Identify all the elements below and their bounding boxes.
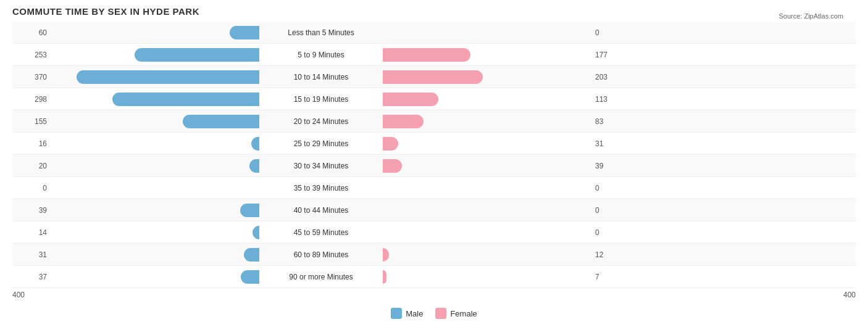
male-bar-container xyxy=(49,48,259,62)
legend-female-label: Female xyxy=(450,309,477,318)
female-bar-container xyxy=(383,248,593,262)
male-bar-container xyxy=(49,226,259,239)
female-bar-container xyxy=(383,204,593,217)
male-bar xyxy=(249,159,259,173)
male-bar xyxy=(77,70,259,84)
category-label: 40 to 44 Minutes xyxy=(259,206,383,215)
male-bar-container xyxy=(49,70,259,84)
male-bar-container xyxy=(49,248,259,262)
male-bar-container xyxy=(49,204,259,217)
table-row: 37 90 or more Minutes 7 xyxy=(12,266,856,288)
category-label: 15 to 19 Minutes xyxy=(259,95,383,104)
female-bar-container xyxy=(383,115,593,128)
table-row: 60 Less than 5 Minutes 0 xyxy=(12,22,856,44)
male-bar-container xyxy=(49,93,259,106)
male-value: 39 xyxy=(12,206,49,215)
female-value: 0 xyxy=(593,184,630,192)
male-value: 0 xyxy=(12,184,49,192)
male-bar-container xyxy=(49,137,259,151)
category-label: 30 to 34 Minutes xyxy=(259,162,383,170)
category-label: 10 to 14 Minutes xyxy=(259,73,383,81)
male-bar-container xyxy=(49,115,259,128)
table-row: 39 40 to 44 Minutes 0 xyxy=(12,199,856,221)
female-bar-container xyxy=(383,93,593,106)
female-bar xyxy=(383,115,424,128)
male-bar xyxy=(241,270,259,284)
female-bar-container xyxy=(383,137,593,151)
male-bar-container xyxy=(49,159,259,173)
male-value: 37 xyxy=(12,273,49,281)
male-bar xyxy=(244,248,259,262)
male-bar-container xyxy=(49,26,259,39)
female-bar xyxy=(383,248,389,262)
male-bar xyxy=(183,115,259,128)
male-bar-container xyxy=(49,270,259,284)
category-label: 25 to 29 Minutes xyxy=(259,139,383,148)
female-bar xyxy=(383,270,386,284)
male-bar xyxy=(252,226,259,239)
male-bar xyxy=(135,48,259,62)
female-value: 0 xyxy=(593,206,630,215)
legend: Male Female xyxy=(12,308,856,319)
female-value: 177 xyxy=(593,51,630,59)
male-value: 60 xyxy=(12,28,49,37)
female-bar xyxy=(383,93,438,106)
table-row: 155 20 to 24 Minutes 83 xyxy=(12,110,856,133)
table-row: 20 30 to 34 Minutes 39 xyxy=(12,155,856,177)
female-bar-container xyxy=(383,70,593,84)
female-value: 7 xyxy=(593,273,630,281)
female-value: 83 xyxy=(593,117,630,126)
female-bar-container xyxy=(383,226,593,239)
chart-area: 60 Less than 5 Minutes 0 253 5 to 9 Minu… xyxy=(12,22,856,319)
male-bar xyxy=(112,93,259,106)
table-row: 298 15 to 19 Minutes 113 xyxy=(12,88,856,110)
female-value: 203 xyxy=(593,73,630,81)
legend-male: Male xyxy=(391,308,423,319)
table-row: 370 10 to 14 Minutes 203 xyxy=(12,66,856,88)
category-label: 90 or more Minutes xyxy=(259,273,383,281)
table-row: 0 35 to 39 Minutes 0 xyxy=(12,177,856,199)
female-bar-container xyxy=(383,26,593,39)
female-bar xyxy=(383,137,398,151)
female-bar-container xyxy=(383,181,593,195)
male-bar xyxy=(230,26,259,39)
category-label: 45 to 59 Minutes xyxy=(259,228,383,237)
axis-left-label: 400 xyxy=(12,291,25,299)
chart-title: COMMUTE TIME BY SEX IN HYDE PARK xyxy=(12,6,856,17)
male-value: 14 xyxy=(12,228,49,237)
male-bar xyxy=(240,204,259,217)
female-bar-container xyxy=(383,270,593,284)
table-row: 31 60 to 89 Minutes 12 xyxy=(12,244,856,266)
female-bar xyxy=(383,48,470,62)
table-row: 16 25 to 29 Minutes 31 xyxy=(12,133,856,155)
table-row: 253 5 to 9 Minutes 177 xyxy=(12,44,856,66)
male-bar xyxy=(251,137,259,151)
female-bar xyxy=(383,70,483,84)
male-value: 155 xyxy=(12,117,49,126)
female-bar xyxy=(383,159,402,173)
male-value: 253 xyxy=(12,51,49,59)
category-label: Less than 5 Minutes xyxy=(259,28,383,37)
female-bar-container xyxy=(383,48,593,62)
category-label: 35 to 39 Minutes xyxy=(259,184,383,192)
legend-female-box xyxy=(435,308,446,319)
source-label: Source: ZipAtlas.com xyxy=(778,12,843,20)
male-value: 298 xyxy=(12,95,49,104)
category-label: 5 to 9 Minutes xyxy=(259,51,383,59)
female-value: 113 xyxy=(593,95,630,104)
male-value: 20 xyxy=(12,162,49,170)
female-value: 0 xyxy=(593,28,630,37)
female-value: 39 xyxy=(593,162,630,170)
category-label: 20 to 24 Minutes xyxy=(259,117,383,126)
female-bar-container xyxy=(383,159,593,173)
male-value: 31 xyxy=(12,250,49,259)
female-value: 31 xyxy=(593,139,630,148)
female-value: 0 xyxy=(593,228,630,237)
male-bar-container xyxy=(49,181,259,195)
legend-male-label: Male xyxy=(406,309,423,318)
legend-male-box xyxy=(391,308,402,319)
axis-labels: 400 400 xyxy=(12,288,856,302)
male-value: 370 xyxy=(12,73,49,81)
axis-right-label: 400 xyxy=(843,291,856,299)
legend-female: Female xyxy=(435,308,477,319)
